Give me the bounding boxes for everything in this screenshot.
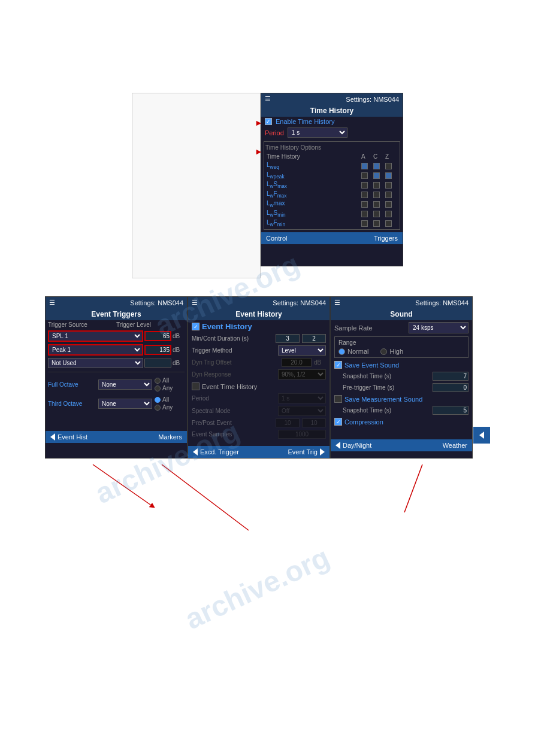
eh-footer-left-label: Excd. Trigger (200, 448, 239, 456)
th-footer-left[interactable]: Control (266, 235, 287, 242)
lwpeak-a-checkbox[interactable] (361, 172, 368, 179)
et-row2-value-input[interactable] (144, 345, 171, 355)
th-subheader: Time History (261, 105, 403, 117)
lwfmin-z-checkbox[interactable] (385, 220, 392, 227)
range-normal-radio[interactable] (338, 348, 345, 355)
save-meas-sound-row: Save Measurement Sound (331, 393, 472, 405)
eh-time-history-checkbox[interactable] (192, 382, 200, 390)
eh-pre-post-label: Pre/Post Event (192, 420, 273, 426)
et-back-arrow[interactable] (50, 433, 55, 441)
svg-line-2 (404, 464, 422, 512)
third-octave-select[interactable]: None (98, 399, 152, 409)
et-hamburger[interactable]: ☰ (49, 299, 55, 306)
full-octave-all-option[interactable]: All (155, 377, 185, 384)
eh-samples-label: Event Samples (192, 431, 276, 438)
full-octave-any-option[interactable]: Any (155, 385, 185, 391)
et-row2-source-select[interactable]: Peak 1 (48, 344, 143, 356)
full-octave-any-radio[interactable] (155, 385, 161, 391)
enable-th-checkbox[interactable]: ✓ (265, 118, 272, 125)
lwsmin-z-checkbox[interactable] (385, 211, 392, 217)
svg-line-0 (93, 464, 153, 506)
lweq-c-checkbox[interactable] (373, 163, 380, 169)
lwpeak-c-checkbox[interactable] (373, 172, 380, 179)
eh-footer-right-label: Event Trig (288, 448, 318, 456)
save-meas-sound-checkbox[interactable] (334, 395, 342, 403)
enable-th-label: Enable Time History (276, 118, 334, 125)
sp-back-arrow[interactable] (335, 442, 340, 449)
sample-rate-select[interactable]: 24 ksps (409, 322, 468, 333)
blank-panel (132, 93, 261, 278)
meas-snapshot-input[interactable] (433, 406, 468, 415)
eh-footer-right-group[interactable]: Event Trig (288, 448, 325, 456)
eh-enable-row: ✓ Event History (188, 320, 330, 333)
th-hamburger-icon[interactable]: ☰ (265, 95, 271, 103)
third-octave-all-option[interactable]: All (155, 396, 185, 403)
lwfmax-a-checkbox[interactable] (361, 192, 368, 198)
eh-enable-checkbox[interactable]: ✓ (192, 323, 200, 330)
full-octave-select[interactable]: None (98, 379, 152, 390)
lweq-a-checkbox[interactable] (361, 163, 368, 169)
eh-footer: Excd. Trigger Event Trig (188, 446, 330, 458)
save-event-sound-checkbox[interactable]: ✓ (334, 361, 342, 369)
eh-back-arrow[interactable] (193, 448, 198, 456)
lweq-z-checkbox[interactable] (385, 163, 392, 169)
lwsmin-a-checkbox[interactable] (361, 211, 368, 217)
th-footer-right[interactable]: Triggers (374, 235, 398, 242)
compression-label: Compression (344, 418, 383, 426)
pre-trigger-input[interactable] (433, 383, 468, 392)
lwsmin-c-checkbox[interactable] (373, 211, 380, 217)
eh-footer-left-group[interactable]: Excd. Trigger (193, 448, 239, 456)
lwfmax-z-checkbox[interactable] (385, 192, 392, 198)
eh-time-history-label: Event Time History (202, 383, 257, 390)
et-footer-left-group[interactable]: Event Hist (50, 433, 87, 441)
period-select[interactable]: 1 s (288, 127, 347, 138)
th-row-lwsmax: LwSmax (265, 180, 398, 190)
sp-footer-left-group[interactable]: Day/Night (335, 442, 371, 449)
small-nav-arrow[interactable] (473, 427, 490, 444)
meas-snapshot-label: Snapshot Time (s) (343, 407, 430, 414)
eh-period-row: Period 1 s (188, 392, 330, 405)
lwfmin-a-checkbox[interactable] (361, 220, 368, 227)
lwpeak-z-checkbox[interactable] (385, 172, 392, 179)
eh-enable-label: Event History (202, 322, 252, 331)
range-normal-option[interactable]: Normal (338, 348, 368, 355)
sp-hamburger[interactable]: ☰ (334, 299, 340, 306)
lwsmax-a-checkbox[interactable] (361, 182, 368, 189)
et-row3-source-select[interactable]: Not Used (48, 358, 143, 368)
lwsmax-c-checkbox[interactable] (373, 182, 380, 189)
compression-checkbox[interactable]: ✓ (334, 418, 342, 426)
range-high-option[interactable]: High (380, 348, 403, 355)
th-row-lweq: Lweq (265, 161, 398, 171)
lwmax-z-checkbox[interactable] (385, 201, 392, 208)
et-row3-value-input[interactable] (144, 359, 171, 368)
range-high-radio[interactable] (380, 348, 387, 355)
eh-spectral-row: Spectral Mode Off (188, 405, 330, 417)
eh-dyn-offset-input (282, 358, 312, 367)
full-octave-all-radio[interactable] (155, 378, 161, 384)
eh-hamburger[interactable]: ☰ (192, 299, 198, 306)
eh-trigger-method-select[interactable]: Level (278, 345, 326, 356)
eh-pre-post-row: Pre/Post Event (188, 417, 330, 429)
eh-pre-input (276, 418, 300, 427)
third-octave-all-radio[interactable] (155, 397, 161, 403)
save-meas-sound-label: Save Measurement Sound (344, 396, 422, 403)
et-row1-source-select[interactable]: SPL 1 (48, 330, 143, 342)
lwfmax-c-checkbox[interactable] (373, 192, 380, 198)
et-row1-value-input[interactable] (144, 331, 171, 341)
lwsmax-z-checkbox[interactable] (385, 182, 392, 189)
save-event-sound-label: Save Event Sound (344, 362, 399, 369)
sp-footer-right-label[interactable]: Weather (443, 442, 467, 449)
range-high-label: High (389, 348, 403, 355)
et-footer-right-label[interactable]: Markers (158, 433, 182, 441)
snapshot-time-input[interactable] (433, 372, 468, 381)
svg-line-1 (162, 464, 249, 530)
eh-cont-input[interactable] (302, 334, 326, 343)
third-octave-any-radio[interactable] (155, 405, 161, 411)
third-octave-any-option[interactable]: Any (155, 404, 185, 411)
th-row-lwfmin: LwFmin (265, 218, 398, 228)
eh-forward-arrow[interactable] (320, 448, 325, 456)
lwfmin-c-checkbox[interactable] (373, 220, 380, 227)
lwmax-a-checkbox[interactable] (361, 201, 368, 208)
eh-min-input[interactable] (276, 334, 300, 343)
lwmax-c-checkbox[interactable] (373, 201, 380, 208)
